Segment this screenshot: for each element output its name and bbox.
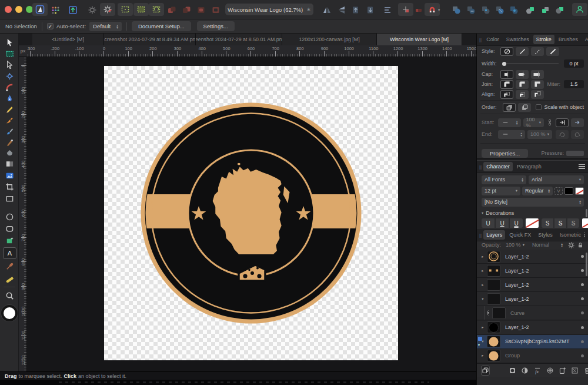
layer-row-4[interactable]: ▾Layer_1-2 [477, 292, 588, 306]
blend-options-gear-icon[interactable] [567, 241, 575, 249]
move-forward-icon[interactable] [350, 5, 360, 15]
flip-vertical-icon[interactable] [336, 5, 346, 15]
move-tool[interactable] [5, 38, 15, 48]
reverse-curve-button[interactable] [571, 130, 584, 139]
alignment-icon[interactable] [382, 5, 392, 15]
layer-thumbnail-rings[interactable] [487, 251, 500, 263]
arrow-align-outside-button[interactable] [571, 118, 584, 127]
pen-tool[interactable] [5, 94, 15, 104]
fill-tool[interactable] [5, 148, 15, 158]
marquee-dashed-icon[interactable] [118, 3, 133, 16]
text-menu-icon[interactable] [579, 164, 585, 169]
boolean-intersect-icon[interactable] [480, 5, 490, 15]
cap-round-button[interactable] [516, 70, 529, 79]
studio-tab-swatches[interactable]: Swatches [503, 35, 532, 44]
replace-selection-icon[interactable] [211, 5, 220, 15]
layer-expand-chevron-icon[interactable]: ▸ [480, 325, 486, 330]
arrow-align-inside-button[interactable] [556, 118, 569, 127]
edit-all-layers-button[interactable] [481, 366, 490, 376]
designer-persona-icon[interactable] [32, 3, 48, 16]
underline-color-none-swatch[interactable] [526, 218, 539, 228]
blend-mode-dropdown[interactable]: Normal▴▾ [529, 241, 566, 250]
align-outside-button[interactable] [531, 90, 544, 99]
layer-row-8[interactable]: ▸Group [477, 349, 588, 363]
transparency-tool[interactable] [5, 159, 15, 169]
autoselect-checkbox[interactable]: ✓ [47, 23, 54, 29]
rounded-rectangle-tool[interactable] [5, 224, 15, 234]
layer-name[interactable]: Layer_1-2 [505, 324, 529, 330]
studio-tab-brushes[interactable]: Brushes [556, 35, 581, 44]
start-style-dropdown[interactable]: ▴▾ [498, 118, 521, 127]
marquee-transform-icon[interactable] [149, 3, 164, 16]
document-setup-button[interactable]: Document Setup... [132, 21, 191, 31]
point-transform-tool[interactable] [5, 71, 15, 81]
panel-drag-handle[interactable]: || [479, 233, 482, 238]
shape-tool[interactable] [5, 235, 15, 245]
align-center-button[interactable] [500, 90, 513, 99]
vector-brush-tool[interactable] [5, 115, 15, 125]
strikethrough-style-button-1[interactable]: S [554, 218, 566, 228]
cap-square-button[interactable] [531, 70, 544, 79]
text-style-dropdown[interactable]: [No Style]▴▾ [482, 198, 584, 207]
delete-layer-trash-icon[interactable] [583, 367, 588, 374]
boolean-combine-icon[interactable] [509, 5, 519, 15]
layer-expand-chevron-icon[interactable]: ▸ [480, 283, 486, 287]
end-scale-dropdown[interactable]: 100 %▾ [527, 130, 552, 139]
move-backward-icon[interactable] [365, 5, 375, 15]
window-close-button[interactable] [5, 6, 12, 13]
studio-tab-color[interactable]: Color [483, 35, 502, 44]
text-tab-character[interactable]: Character [483, 162, 513, 171]
layer-visibility-dot[interactable] [581, 311, 584, 314]
layer-visibility-dot[interactable] [581, 255, 584, 258]
font-collection-dropdown[interactable]: All Fonts▴▾ [482, 175, 526, 184]
join-miter-button[interactable] [531, 80, 544, 89]
layer-name[interactable]: Group [505, 353, 520, 359]
pixel-persona-icon[interactable] [50, 5, 60, 15]
layer-visibility-dot[interactable] [581, 326, 584, 329]
layer-thumbnail-black-circle[interactable] [487, 321, 500, 333]
document-tab-1[interactable]: <Untitled> [M] [32, 34, 104, 45]
add-layer-icon[interactable] [559, 367, 566, 374]
layer-name[interactable]: SsC6vpNjbCrgSsLksOZMT [505, 338, 570, 344]
layer-row-2[interactable]: ▸Layer_1-2 [477, 264, 588, 278]
pencil-tool[interactable] [5, 105, 15, 115]
ellipse-tool[interactable] [5, 212, 15, 222]
layer-name[interactable]: Layer_1-2 [505, 268, 529, 274]
properties-button[interactable]: Properties... [482, 149, 528, 158]
cap-butt-button[interactable] [500, 70, 513, 79]
layer-visibility-dot[interactable] [581, 354, 584, 357]
layer-thumbnail-empty[interactable] [492, 307, 506, 319]
stroke-width-slider[interactable] [503, 64, 559, 64]
flip-horizontal-icon[interactable] [322, 5, 332, 15]
layer-row-5[interactable]: Curve [477, 306, 588, 320]
measure-tool[interactable] [5, 273, 15, 283]
live-filter-icon[interactable] [546, 367, 554, 374]
snapping-options-chevron-icon[interactable]: ▾ [438, 8, 440, 12]
layer-visibility-dot[interactable] [581, 297, 584, 300]
layers-tab-quick-fx[interactable]: Quick FX [506, 230, 534, 240]
document-canvas[interactable] [104, 66, 398, 360]
layers-menu-icon[interactable] [584, 233, 585, 237]
layers-tab-isometric[interactable]: Isometric [557, 230, 584, 240]
stroke-width-slider-knob[interactable] [502, 62, 506, 66]
document-tab-5[interactable]: Wisconsin Wear Logo [M] [377, 34, 462, 45]
node-tool[interactable] [5, 60, 15, 70]
kerning-button[interactable]: V [554, 187, 563, 195]
insert-inside-icon[interactable] [196, 5, 206, 15]
layer-expand-chevron-icon[interactable]: ▸ [480, 268, 486, 273]
layer-name[interactable]: Layer_1-2 [505, 296, 529, 302]
layer-visibility-dot[interactable] [581, 269, 584, 272]
font-size-dropdown[interactable]: 12 pt▾ [482, 187, 520, 195]
adjustment-layer-icon[interactable] [521, 367, 529, 374]
color-picker-tool[interactable] [5, 261, 15, 271]
preferences-gear-icon[interactable] [87, 5, 97, 15]
layer-expand-chevron-icon[interactable]: ▸ [480, 254, 486, 259]
layer-row-1[interactable]: ▸Layer_1-2 [477, 250, 588, 264]
underline-style-button-2[interactable]: U [510, 218, 523, 228]
layer-visibility-dot[interactable] [581, 340, 584, 343]
document-tab-4[interactable]: 1200x1200-canvas.jpg [M] [282, 34, 377, 45]
stroke-style-none-button[interactable] [500, 47, 513, 56]
geometry-intersect-icon[interactable] [554, 5, 564, 15]
crop-tool[interactable] [5, 182, 15, 192]
align-inside-button[interactable] [516, 90, 529, 99]
